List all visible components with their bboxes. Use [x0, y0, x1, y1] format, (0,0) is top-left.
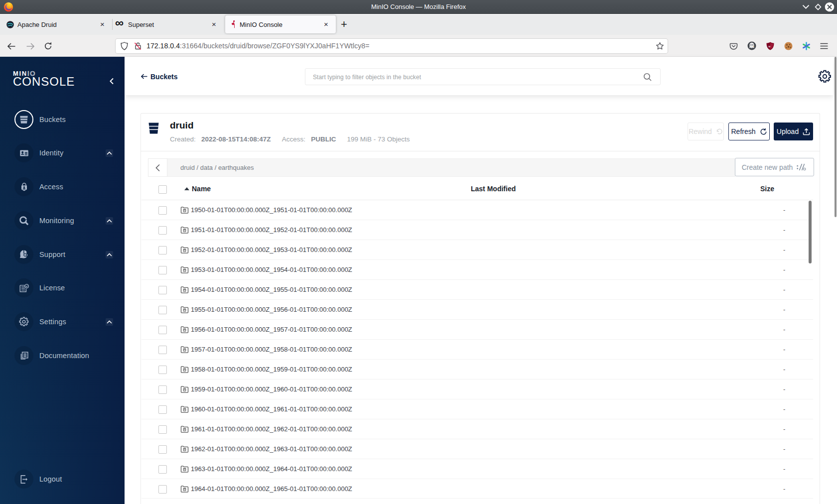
svg-text:u: u — [769, 45, 771, 48]
